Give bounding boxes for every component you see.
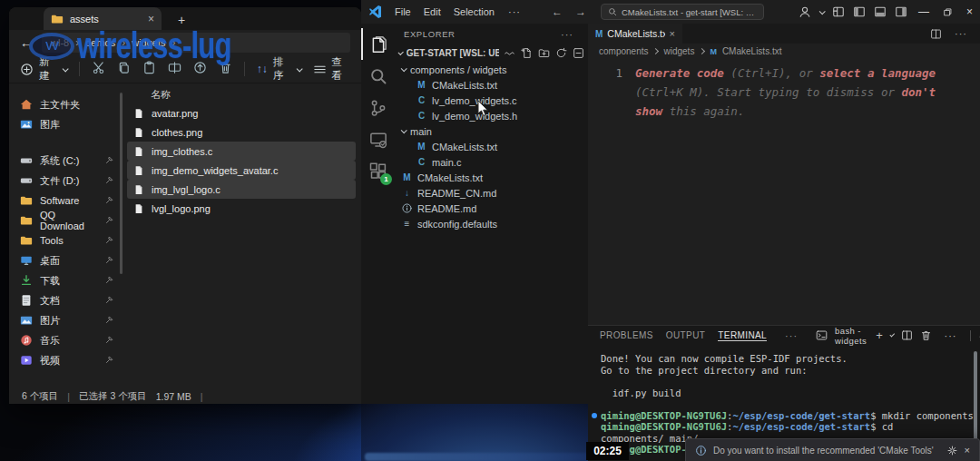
tab-cmakelists[interactable]: M CMakeLists.txt × xyxy=(588,24,682,44)
sort-button[interactable]: ↑↓排序 xyxy=(257,55,301,83)
tree-item[interactable]: ≡sdkconfig.defaults xyxy=(395,216,588,231)
file-row[interactable]: avatar.png xyxy=(127,103,356,123)
source-control-icon xyxy=(369,99,387,117)
activity-explorer[interactable] xyxy=(361,28,395,60)
tab-close-icon[interactable]: × xyxy=(148,13,154,25)
sidebar-item-folder[interactable]: Software xyxy=(9,191,120,211)
paste-button[interactable] xyxy=(142,61,156,78)
tree-item[interactable]: main xyxy=(395,123,588,139)
panel-tab-output[interactable]: OUTPUT xyxy=(666,330,706,340)
file-row[interactable]: clothes.png xyxy=(127,123,356,142)
terminal-more-button[interactable]: ··· xyxy=(939,330,963,341)
panel-tab-terminal[interactable]: TERMINAL xyxy=(718,330,767,340)
editor-more-button[interactable]: ··· xyxy=(949,28,973,39)
breadcrumb[interactable]: wl-8›demos›widgets› xyxy=(42,33,350,53)
tree-item[interactable]: ↓README_CN.md xyxy=(395,185,588,201)
sidebar-item-gallery[interactable]: 图库 xyxy=(9,114,120,134)
refresh-icon[interactable] xyxy=(555,47,567,59)
panel-tab-problems[interactable]: PROBLEMS xyxy=(600,330,653,340)
tab-close-icon[interactable]: × xyxy=(670,28,675,39)
panel-left-icon[interactable] xyxy=(853,5,866,18)
view-button[interactable]: 查看 xyxy=(313,55,350,83)
file-row[interactable]: img_lvgl_logo.c xyxy=(127,180,356,199)
panel-more-button[interactable]: ··· xyxy=(779,330,803,341)
delete-icon[interactable] xyxy=(920,329,932,341)
explorer-tab-assets[interactable]: assets × xyxy=(44,7,162,30)
tree-item[interactable]: Clv_demo_widgets.c xyxy=(395,93,588,108)
activity-source-control[interactable] xyxy=(361,92,395,123)
sidebar-item-folder[interactable]: Tools xyxy=(9,230,120,250)
breadcrumb-item[interactable]: widgets xyxy=(663,46,694,56)
menu-more-button[interactable]: ··· xyxy=(503,6,526,17)
menu-edit[interactable]: Edit xyxy=(417,6,447,17)
sidebar-item-drive[interactable]: 文件 (D:) xyxy=(9,171,120,191)
layout-customize-icon[interactable] xyxy=(832,5,845,18)
sidebar-item-pictures[interactable]: 图片 xyxy=(9,310,120,330)
sidebar-item-home[interactable]: 主文件夹 xyxy=(9,94,120,114)
split-icon[interactable] xyxy=(901,329,913,341)
tree-item[interactable]: MCMakeLists.txt xyxy=(395,170,588,185)
sidebar-item-drive[interactable]: 系统 (C:) xyxy=(9,151,120,171)
pin-icon xyxy=(104,336,113,345)
new-terminal-button[interactable]: + xyxy=(876,329,883,342)
split-editor-icon[interactable] xyxy=(930,28,942,40)
panel-right-icon[interactable] xyxy=(895,5,907,18)
breadcrumb-item[interactable]: CMakeLists.txt xyxy=(722,46,782,56)
minimize-button[interactable]: — xyxy=(918,5,929,18)
account-icon[interactable] xyxy=(799,5,811,18)
new-file-icon[interactable] xyxy=(521,47,533,59)
chevron-down-icon[interactable] xyxy=(890,332,896,338)
copy-button[interactable] xyxy=(117,61,131,78)
explorer-more-button[interactable]: ··· xyxy=(555,29,579,40)
restore-button[interactable] xyxy=(943,7,953,17)
file-row[interactable]: lvgl_logo.png xyxy=(127,199,356,218)
tree-item[interactable]: Clv_demo_widgets.h xyxy=(395,108,588,123)
tree-item[interactable]: MCMakeLists.txt xyxy=(395,77,588,93)
sidebar-item-download[interactable]: 下载 xyxy=(9,270,120,290)
notification-close-icon[interactable]: × xyxy=(965,445,970,456)
sidebar-item-folder[interactable]: QQ Download xyxy=(9,211,120,230)
tree-item[interactable]: MCMakeLists.txt xyxy=(395,139,588,154)
gear-icon[interactable] xyxy=(946,445,958,456)
collapse-all-icon[interactable] xyxy=(573,47,584,59)
activity-remote[interactable] xyxy=(361,123,395,155)
tree-item[interactable]: components / widgets xyxy=(395,62,588,77)
cut-button[interactable] xyxy=(92,61,105,78)
sidebar-scrollbar[interactable] xyxy=(120,93,122,274)
tree-item[interactable]: README.md xyxy=(395,201,588,216)
editor-breadcrumb[interactable]: componentswidgetsMCMakeLists.txt xyxy=(588,44,980,59)
new-button[interactable]: 新建 xyxy=(20,55,67,83)
name-column-header[interactable]: 名称 xyxy=(127,85,361,103)
new-tab-button[interactable]: + xyxy=(178,13,185,30)
sidebar-item-desktop[interactable]: 桌面 xyxy=(9,250,120,270)
activity-extensions[interactable]: 1 xyxy=(361,155,395,187)
file-row[interactable]: img_demo_widgets_avatar.c xyxy=(127,161,356,180)
sidebar-item-music[interactable]: 音乐 xyxy=(9,330,120,350)
command-center-search[interactable]: CMakeLists.txt - get-start [WSL: Ubuntu-… xyxy=(601,4,764,20)
delete-button[interactable] xyxy=(219,61,232,78)
nav-forward-icon[interactable]: → xyxy=(575,5,586,18)
activity-search[interactable] xyxy=(361,60,395,92)
back-button[interactable]: ← xyxy=(20,35,33,50)
panel-bottom-icon[interactable] xyxy=(874,5,887,18)
workspace-section-header[interactable]: GET-START [WSL: UBUNTU-... xyxy=(395,44,588,62)
menu-selection[interactable]: Selection xyxy=(447,6,501,17)
breadcrumb-separator: › xyxy=(75,36,79,49)
rename-button[interactable] xyxy=(168,61,181,78)
sidebar-item-document[interactable]: 文档 xyxy=(9,290,120,310)
menu-file[interactable]: File xyxy=(388,6,417,17)
tree-item[interactable]: Cmain.c xyxy=(395,154,588,170)
shell-label[interactable]: bash - widgets xyxy=(835,326,868,346)
breadcrumb-item[interactable]: widgets xyxy=(132,37,165,48)
close-button[interactable]: × xyxy=(966,5,973,18)
share-button[interactable] xyxy=(193,61,207,78)
sync-icon[interactable] xyxy=(504,47,515,59)
breadcrumb-item[interactable]: components xyxy=(599,46,648,56)
breadcrumb-item[interactable]: demos xyxy=(85,37,115,48)
sidebar-item-video[interactable]: 视频 xyxy=(9,350,120,370)
code-area[interactable]: 1 Generate code (Ctrl+I), or select a la… xyxy=(588,59,980,121)
file-row[interactable]: img_clothes.c xyxy=(127,142,356,161)
nav-back-icon[interactable]: ← xyxy=(552,5,563,18)
new-folder-icon[interactable] xyxy=(538,47,550,59)
pin-icon xyxy=(104,256,113,265)
